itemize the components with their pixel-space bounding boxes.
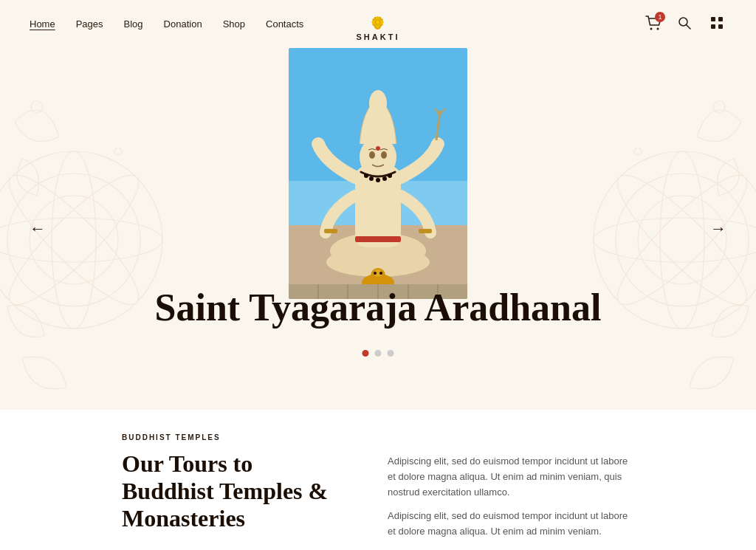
svg-point-62 (374, 272, 377, 275)
svg-point-9 (376, 20, 379, 24)
hero-section: Saint Tyagaraja Aradhanal ← → (0, 48, 756, 410)
cart-button[interactable]: 1 (645, 16, 662, 33)
prev-slide-button[interactable]: ← (22, 212, 53, 246)
search-icon (678, 16, 691, 30)
logo[interactable]: SHAKTI (357, 7, 400, 41)
bottom-left-content: BUDDHIST TEMPLES Our Tours to Buddhist T… (122, 433, 343, 532)
svg-rect-14 (711, 17, 715, 21)
svg-point-34 (713, 101, 725, 113)
nav-contacts[interactable]: Contacts (266, 18, 303, 30)
nav-shop[interactable]: Shop (223, 18, 245, 30)
bottom-section: BUDDHIST TEMPLES Our Tours to Buddhist T… (0, 410, 756, 550)
bottom-right-content: Adipiscing elit, sed do euismod tempor i… (388, 433, 634, 549)
svg-point-63 (379, 272, 382, 275)
svg-point-30 (660, 151, 704, 329)
svg-rect-57 (324, 229, 337, 233)
svg-rect-17 (718, 24, 723, 29)
slide-dots (362, 350, 394, 357)
svg-point-51 (364, 173, 368, 178)
section-label: BUDDHIST TEMPLES (122, 433, 343, 441)
logo-icon (364, 7, 392, 31)
svg-point-46 (376, 146, 380, 151)
nav-right-icons: 1 (645, 13, 726, 35)
logo-text: SHAKTI (357, 32, 400, 41)
svg-point-11 (657, 27, 659, 30)
search-button[interactable] (675, 13, 694, 35)
svg-point-25 (31, 101, 43, 113)
svg-point-52 (369, 176, 374, 181)
svg-point-43 (369, 90, 387, 117)
nav-home[interactable]: Home (30, 18, 55, 30)
grid-menu-button[interactable] (707, 13, 726, 35)
cart-badge: 1 (655, 12, 665, 22)
dot-1[interactable] (362, 350, 369, 357)
svg-point-44 (369, 151, 375, 159)
hero-image (289, 48, 467, 299)
svg-point-54 (382, 176, 387, 181)
header: Home Pages Blog Donation Shop Contacts S… (0, 0, 756, 48)
svg-rect-56 (355, 236, 401, 242)
svg-rect-15 (718, 17, 723, 21)
svg-line-13 (687, 25, 690, 29)
svg-rect-16 (711, 24, 715, 29)
svg-rect-58 (419, 229, 432, 233)
svg-point-35 (634, 148, 642, 155)
svg-point-21 (52, 151, 96, 329)
grid-icon (710, 16, 724, 30)
bottom-text-2: Adipiscing elit, sed do euismod tempor i… (388, 509, 634, 540)
main-nav: Home Pages Blog Donation Shop Contacts (30, 18, 303, 30)
svg-point-10 (650, 27, 653, 30)
dot-2[interactable] (375, 350, 382, 357)
svg-point-45 (381, 151, 387, 159)
svg-point-26 (114, 148, 122, 155)
dot-3[interactable] (388, 350, 394, 357)
bottom-text-1: Adipiscing elit, sed do euismod tempor i… (388, 454, 634, 500)
nav-donation[interactable]: Donation (164, 18, 202, 30)
svg-point-12 (679, 18, 687, 26)
nav-blog[interactable]: Blog (124, 18, 143, 30)
svg-point-53 (376, 178, 380, 182)
section-title: Our Tours to Buddhist Temples & Monaster… (122, 450, 343, 532)
nav-pages[interactable]: Pages (76, 18, 103, 30)
next-slide-button[interactable]: → (703, 212, 734, 246)
svg-point-55 (388, 173, 392, 178)
